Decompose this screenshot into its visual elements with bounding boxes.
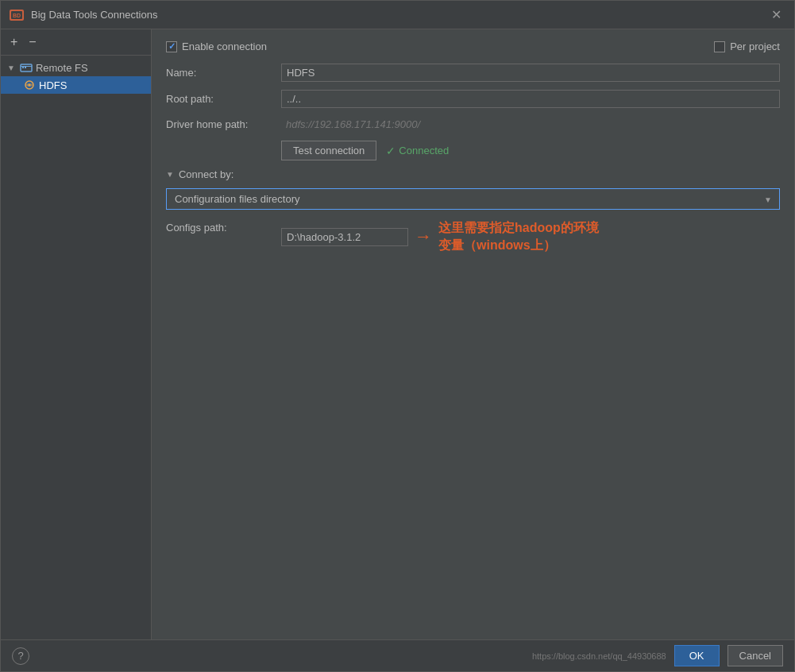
close-button[interactable]: ✕ (766, 6, 786, 24)
test-connection-row: Test connection ✓ Connected (166, 141, 780, 160)
configs-path-label: Configs path: (166, 219, 281, 234)
connect-by-dropdown[interactable]: Configuration files directory (166, 188, 780, 210)
connect-by-label: Connect by: (179, 168, 233, 180)
tree-item-hdfs[interactable]: HDFS (1, 76, 151, 94)
name-row: Name: (166, 64, 780, 82)
tree-label-remote-fs: Remote FS (36, 62, 88, 74)
per-project-checkbox-box[interactable] (714, 41, 725, 52)
bottom-right: https://blog.csdn.net/qq_44930688 OK Can… (532, 645, 783, 666)
content-area: + − ▼ Remote FS (1, 29, 794, 639)
tree-label-hdfs: HDFS (39, 79, 67, 91)
sidebar-toolbar: + − (1, 29, 151, 56)
cancel-button[interactable]: Cancel (727, 645, 783, 666)
connected-status: ✓ Connected (386, 145, 449, 157)
configs-path-input[interactable] (281, 228, 408, 246)
root-path-input[interactable] (281, 90, 780, 108)
connect-by-section: ▼ Connect by: (166, 168, 780, 180)
test-connection-button[interactable]: Test connection (281, 141, 376, 160)
help-button[interactable]: ? (12, 647, 29, 665)
sidebar: + − ▼ Remote FS (1, 29, 152, 639)
enable-connection-label: Enable connection (182, 41, 267, 52)
annotation: → 这里需要指定hadoop的环境 变量（windows上） (408, 219, 599, 255)
connected-text: Connected (399, 145, 449, 156)
tree-area: ▼ Remote FS (1, 56, 151, 639)
enable-checkbox-box[interactable] (166, 41, 177, 52)
annotation-text: 这里需要指定hadoop的环境 变量（windows上） (438, 219, 599, 255)
add-connection-button[interactable]: + (7, 34, 21, 50)
bottom-url: https://blog.csdn.net/qq_44930688 (532, 651, 666, 661)
hdfs-icon (23, 79, 36, 91)
svg-text:BD: BD (13, 13, 21, 18)
tree-item-remote-fs[interactable]: ▼ Remote FS (1, 59, 151, 76)
root-path-label: Root path: (166, 93, 281, 105)
driver-home-path-row: Driver home path: hdfs://192.168.171.141… (166, 116, 780, 133)
annotation-line1: 这里需要指定hadoop的环境 (438, 221, 599, 234)
ok-button[interactable]: OK (674, 645, 720, 666)
root-path-row: Root path: (166, 90, 780, 108)
annotation-arrow-icon: → (415, 226, 432, 247)
enable-connection-checkbox[interactable]: Enable connection (166, 41, 267, 52)
titlebar: BD Big Data Tools Connections ✕ (1, 1, 794, 29)
enable-connection-row: Enable connection Per project (166, 41, 780, 52)
connected-check-icon: ✓ (386, 145, 396, 157)
per-project-text: Per project (730, 41, 780, 52)
driver-home-path-label: Driver home path: (166, 118, 281, 130)
connect-by-arrow: ▼ (166, 170, 174, 179)
remote-fs-icon (20, 61, 33, 74)
connect-by-dropdown-row: Configuration files directory ▼ (166, 188, 780, 210)
name-input[interactable] (281, 64, 780, 82)
name-label: Name: (166, 67, 281, 79)
tree-arrow-remote-fs: ▼ (7, 64, 15, 72)
driver-home-path-value: hdfs://192.168.171.141:9000/ (281, 116, 780, 133)
main-panel: Enable connection Per project Name: Root… (152, 29, 794, 639)
main-window: BD Big Data Tools Connections ✕ + − ▼ (0, 0, 795, 672)
svg-rect-4 (22, 67, 24, 68)
svg-point-8 (29, 84, 31, 87)
bottom-bar: ? https://blog.csdn.net/qq_44930688 OK C… (1, 639, 794, 671)
annotation-line2: 变量（windows上） (438, 238, 556, 252)
remove-connection-button[interactable]: − (25, 34, 39, 50)
per-project-label: Per project (714, 41, 780, 52)
app-icon: BD (9, 7, 25, 23)
window-title: Big Data Tools Connections (31, 9, 766, 21)
svg-rect-5 (25, 67, 26, 68)
configs-path-row: Configs path: → 这里需要指定hadoop的环境 变量（windo… (166, 219, 780, 255)
